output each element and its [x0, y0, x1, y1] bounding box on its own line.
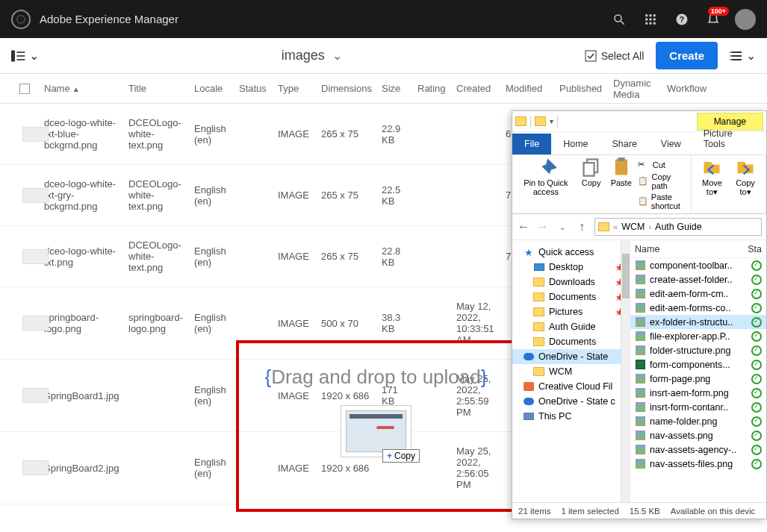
file-columns[interactable]: Name Sta [630, 240, 766, 258]
nav-item[interactable]: OneDrive - State [512, 349, 630, 364]
nav-item[interactable]: Auth Guide [512, 319, 630, 334]
file-row[interactable]: form-components... [630, 357, 766, 372]
nav-item[interactable]: WCM [512, 364, 630, 379]
file-row[interactable]: nav-assets-agency-.. [630, 442, 766, 457]
col-locale[interactable]: Locale [191, 83, 236, 94]
file-row[interactable]: file-explorer-app.P.. [630, 329, 766, 343]
tab-picture-tools[interactable]: Picture Tools [693, 123, 766, 154]
file-row[interactable]: nav-assets.png [630, 428, 766, 442]
nav-forward-icon[interactable]: → [536, 220, 550, 234]
file-row[interactable]: nav-assets-files.png [630, 457, 766, 471]
folder-icon[interactable] [535, 116, 546, 126]
bell-icon[interactable]: 100+ [705, 11, 721, 28]
nav-item[interactable]: Creative Cloud Fil [512, 379, 630, 394]
file-row[interactable]: component-toolbar.. [630, 258, 766, 272]
cut-button[interactable]: ✂Cut [638, 159, 686, 171]
tab-home[interactable]: Home [551, 134, 600, 154]
paste-button[interactable]: Paste [608, 157, 635, 187]
col-dimensions[interactable]: Dimensions [318, 83, 379, 94]
copy-path-button[interactable]: 📋Copy path [638, 172, 686, 191]
file-icon [635, 360, 646, 370]
col-name[interactable]: Name▲ [41, 83, 125, 94]
file-row[interactable]: insrt-form-contanr.. [630, 400, 766, 414]
avatar[interactable] [735, 9, 756, 30]
copy-button[interactable]: Copy [578, 157, 605, 187]
nav-item[interactable]: Downloads📌 [512, 275, 630, 290]
file-row[interactable]: create-asset-folder.. [630, 272, 766, 287]
file-row[interactable]: edit-aem-forms-co.. [630, 301, 766, 315]
col-workflow[interactable]: Workflow [664, 83, 724, 94]
explorer-tabs: File Home Share View Picture Tools [512, 132, 766, 154]
cell-locale: English (en) [191, 184, 236, 207]
view-switcher[interactable]: ⌄ [730, 48, 756, 63]
nav-item[interactable]: ★Quick access [512, 245, 630, 260]
file-explorer-window[interactable]: ▾ Manage File Home Share View Picture To… [512, 110, 767, 519]
tab-view[interactable]: View [649, 134, 693, 154]
create-button[interactable]: Create [656, 42, 718, 69]
breadcrumb-current[interactable]: Auth Guide [655, 222, 702, 232]
file-row[interactable]: insrt-aem-form.png [630, 386, 766, 400]
col-type[interactable]: Type [275, 83, 318, 94]
select-all-button[interactable]: Select All [585, 50, 645, 62]
col-status[interactable]: Status [236, 83, 275, 94]
thumbnail [22, 127, 49, 142]
nav-item[interactable]: Pictures📌 [512, 304, 630, 319]
col-published[interactable]: Published [556, 83, 610, 94]
nav-label: Creative Cloud Fil [538, 381, 612, 392]
scrollbar[interactable] [621, 240, 630, 502]
apps-icon[interactable] [642, 11, 659, 28]
file-icon [635, 445, 646, 455]
svg-rect-11 [653, 22, 656, 24]
cell-type: IMAGE [275, 251, 318, 262]
nav-recent-icon[interactable]: ⌄ [556, 220, 569, 234]
aem-logo-icon[interactable] [11, 10, 31, 29]
search-icon[interactable] [611, 11, 627, 28]
drag-drop-overlay[interactable]: {Drag and drop to upload} +Copy [236, 340, 516, 512]
cell-size: 38.3 KB [379, 312, 414, 334]
pin-quick-access-button[interactable]: Pin to Quick access [517, 157, 575, 196]
sync-status-icon [751, 431, 762, 441]
chevron-down-icon[interactable]: ▾ [550, 117, 553, 125]
address-bar[interactable]: « WCM › Auth Guide [594, 218, 762, 236]
file-row[interactable]: ex-folder-in-structu.. [630, 315, 766, 329]
notification-badge: 100+ [708, 7, 729, 16]
nav-item[interactable]: Desktop📌 [512, 260, 630, 275]
breadcrumb-title[interactable]: images [282, 48, 325, 63]
nav-up-icon[interactable]: ↑ [575, 220, 589, 234]
file-row[interactable]: folder-structure.png [630, 343, 766, 357]
nav-item[interactable]: Documents [512, 334, 630, 349]
col-created[interactable]: Created [453, 83, 503, 94]
desktop-icon [533, 263, 544, 272]
col-size[interactable]: Size [379, 83, 414, 94]
pc-icon [523, 412, 534, 422]
file-row[interactable]: form-page.png [630, 372, 766, 386]
file-row[interactable]: name-folder.png [630, 414, 766, 428]
tab-file[interactable]: File [512, 134, 551, 154]
file-name: ex-folder-in-structu.. [650, 317, 748, 328]
breadcrumb-root[interactable]: WCM [621, 222, 645, 232]
nav-back-icon[interactable]: ← [517, 220, 530, 234]
nav-item[interactable]: OneDrive - State c [512, 394, 630, 409]
move-to-button[interactable]: Move to▾ [696, 157, 728, 196]
file-icon [635, 331, 646, 342]
file-row[interactable]: edit-aem-form-cm.. [630, 287, 766, 301]
nav-item[interactable]: Documents📌 [512, 290, 630, 304]
file-name: component-toolbar.. [650, 260, 748, 271]
paste-shortcut-button[interactable]: 📋Paste shortcut [638, 192, 686, 211]
col-rating[interactable]: Rating [414, 83, 453, 94]
chevron-down-icon[interactable]: ⌄ [332, 48, 342, 63]
cell-name: dceo-logo-white-txt-gry-bckgrnd.png [41, 178, 125, 212]
cell-locale: English (en) [191, 312, 236, 334]
rail-toggle[interactable]: ⌄ [11, 48, 39, 63]
cell-dimensions: 265 x 75 [318, 128, 379, 140]
cell-type: IMAGE [275, 318, 318, 329]
tab-share[interactable]: Share [600, 134, 649, 154]
col-modified[interactable]: Modified [503, 83, 556, 94]
select-all-checkbox[interactable] [19, 84, 30, 94]
col-title[interactable]: Title [125, 83, 191, 94]
copy-to-button[interactable]: Copy to▾ [730, 157, 761, 196]
col-dynamic-media[interactable]: Dynamic Media [610, 78, 664, 100]
nav-item[interactable]: This PC [512, 409, 630, 424]
drag-drop-label: {Drag and drop to upload} [265, 366, 488, 389]
help-icon[interactable]: ? [674, 11, 690, 28]
